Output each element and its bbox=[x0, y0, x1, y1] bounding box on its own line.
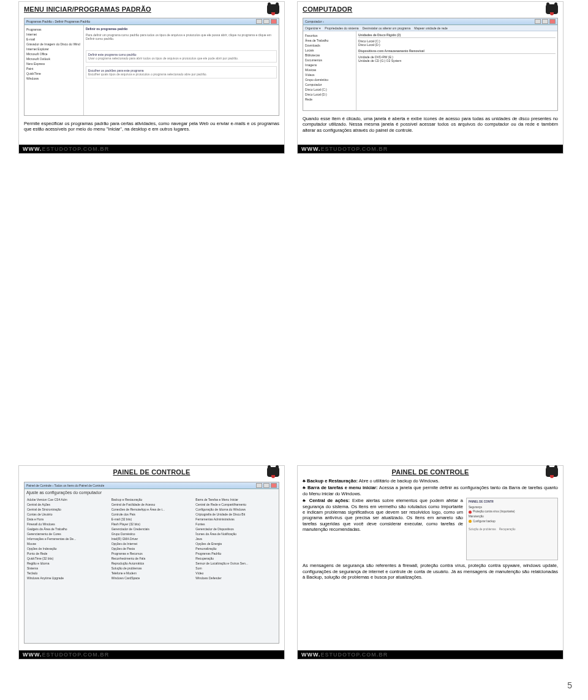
bullet-label: Central de ações: bbox=[309, 498, 350, 503]
list-item: Personalização bbox=[195, 546, 276, 551]
list-item: Teclado bbox=[27, 571, 108, 576]
window-titlebar: Computador › bbox=[303, 18, 557, 25]
list-item: Telefone e Modem bbox=[111, 571, 192, 576]
list-item: Unidade de CD (G:) O2 System bbox=[358, 59, 556, 63]
owl-logo-icon bbox=[546, 4, 558, 14]
list-item: Central de Ações bbox=[27, 502, 108, 507]
screenshot-control-panel: Painel de Controle › Todos os Itens do P… bbox=[24, 482, 279, 644]
list-item: E-mail bbox=[26, 37, 81, 42]
owl-logo-icon bbox=[267, 467, 279, 477]
card-description: Permite especificar os programas padrão … bbox=[19, 118, 284, 132]
list-item: Configuração de Idioma do Windows bbox=[195, 507, 276, 512]
screenshot-action-center: PAINEL DE CONTR Segurança Proteção contr… bbox=[466, 498, 558, 560]
card-title: PAINEL DE CONTROLE bbox=[391, 468, 469, 476]
card-header: PAINEL DE CONTROLE bbox=[298, 466, 563, 477]
explorer-toolbar: Organizar ▾Propriedades do sistemaDesins… bbox=[303, 25, 557, 31]
window-titlebar: Painel de Controle › Todos os Itens do P… bbox=[24, 482, 279, 489]
bullet-barra-tarefas: ♣ Barra de tarefas e menu iniciar: Acess… bbox=[298, 484, 563, 496]
list-item: Gerenciamento de Cores bbox=[27, 531, 108, 536]
list-item: Nero Express bbox=[26, 61, 81, 66]
list-item: Backup e Restauração bbox=[111, 497, 192, 502]
list-item: Microsoft Office bbox=[26, 51, 81, 56]
footer-www: WWW. bbox=[23, 146, 42, 152]
list-item: Vídeo bbox=[195, 571, 276, 576]
screenshot-computer-explorer: Computador › Organizar ▾Propriedades do … bbox=[303, 18, 558, 111]
card-header: PAINEL DE CONTROLE bbox=[19, 466, 284, 477]
list-item: Mouse bbox=[27, 541, 108, 546]
list-item: Grupo doméstico bbox=[305, 77, 354, 82]
list-item: Barra de Tarefas e Menu Iniciar bbox=[195, 497, 276, 502]
list-item: Internet bbox=[26, 32, 81, 37]
list-item: Opções de Pasta bbox=[111, 546, 192, 551]
list-item: Central de Facilidade de Acesso bbox=[111, 502, 192, 507]
list-item: Favoritos bbox=[305, 33, 354, 38]
list-item: Reconhecimento de Fala bbox=[111, 556, 192, 561]
list-item: Som bbox=[195, 566, 276, 571]
card-title: MENU INICIAR/PROGRAMAS PADRÃO bbox=[24, 6, 151, 13]
list-item: Contas de Usuário bbox=[27, 512, 108, 517]
program-list-sidebar: ProgramasInternetE-mailGravador de Image… bbox=[24, 25, 84, 115]
footer-domain: ESTUDOTOP.COM.BR bbox=[321, 652, 388, 658]
bullet-text: Abre o utilitário de backup do Windows. bbox=[358, 478, 439, 484]
list-item: Região e Idioma bbox=[27, 561, 108, 566]
bullet-label: Backup e Restauração: bbox=[307, 478, 358, 484]
list-item: Downloads bbox=[305, 43, 354, 48]
list-item: Gadgets da Área de Trabalho bbox=[27, 527, 108, 531]
card-computador: COMPUTADOR Computador › Organizar ▾Propr… bbox=[297, 1, 564, 154]
list-item: Programas bbox=[26, 27, 81, 32]
program-details-pane: Definir os programas padrão Para definir… bbox=[84, 25, 279, 115]
bullet-tail-paragraph: As mensagens de segurança são referentes… bbox=[298, 561, 563, 580]
list-item: Windows Defender bbox=[195, 576, 276, 580]
list-item: Sensor de Localização e Outros Sen... bbox=[195, 561, 276, 566]
list-item: Java bbox=[195, 536, 276, 541]
list-item: Ponto de Rede bbox=[27, 551, 108, 556]
list-item: Disco Local (C:) bbox=[305, 87, 354, 92]
list-item: Gerenciador de Credenciais bbox=[111, 527, 192, 531]
card-footer-url: WWW.ESTUDOTOP.COM.BR bbox=[19, 650, 284, 659]
control-panel-heading: Ajuste as configurações do computador bbox=[24, 489, 279, 497]
card-footer-url: WWW.ESTUDOTOP.COM.BR bbox=[298, 145, 563, 153]
list-item: Gerenciador de Dispositivos bbox=[195, 527, 276, 531]
list-item: Adobe Version Cue CS4 Adm bbox=[27, 497, 108, 502]
list-item: Flash Player (32 bits) bbox=[111, 522, 192, 527]
list-item: E-mail (32 bits) bbox=[111, 517, 192, 522]
page-number: 5 bbox=[567, 680, 572, 690]
drive-group-header: Unidades de Disco Rígido (2) bbox=[358, 33, 556, 38]
pane-heading: Definir os programas padrão bbox=[86, 27, 277, 31]
card-description: Quando esse item é clicado, uma janela é… bbox=[298, 113, 563, 133]
list-item: Músicas bbox=[305, 67, 354, 72]
list-item: Programas Padrão bbox=[195, 551, 276, 556]
list-item: Firewall do Windows bbox=[27, 522, 108, 527]
list-item: Windows CardSpace bbox=[111, 576, 192, 580]
card-menu-iniciar-programas-padrao: MENU INICIAR/PROGRAMAS PADRÃO Programas … bbox=[18, 1, 285, 154]
list-item: Reprodução Automática bbox=[111, 561, 192, 566]
footer-www: WWW. bbox=[301, 652, 321, 658]
card-painel-de-controle-desc: PAINEL DE CONTROLE ♣ Backup e Restauraçã… bbox=[297, 465, 564, 660]
list-item: Recuperação bbox=[195, 556, 276, 561]
card-title: PAINEL DE CONTROLE bbox=[113, 468, 190, 476]
list-item: Bibliotecas bbox=[305, 53, 354, 58]
bullet-label: Barra de tarefas e menu iniciar: bbox=[307, 485, 378, 490]
owl-logo-icon bbox=[546, 467, 558, 477]
list-item: Informações e Ferramentas de De... bbox=[27, 536, 108, 541]
list-item: Vídeos bbox=[305, 72, 354, 77]
list-item: Imagens bbox=[305, 63, 354, 67]
list-item: Sistema bbox=[27, 566, 108, 571]
card-title: COMPUTADOR bbox=[303, 6, 352, 13]
list-item: Ícones da Área de Notificação bbox=[195, 531, 276, 536]
footer-domain: ESTUDOTOP.COM.BR bbox=[42, 146, 110, 152]
card-header: MENU INICIAR/PROGRAMAS PADRÃO bbox=[19, 2, 284, 15]
drive-group-header: Dispositivos com Armazenamento Removível bbox=[358, 49, 556, 54]
control-panel-items-grid: Adobe Version Cue CS4 AdmBackup e Restau… bbox=[24, 497, 279, 583]
list-item: Internet Explorer bbox=[26, 47, 81, 51]
list-item: QuickTime bbox=[26, 71, 81, 76]
list-item: Fontes bbox=[195, 522, 276, 527]
explorer-nav-tree: FavoritosÁrea de TrabalhoDownloadsLocais… bbox=[303, 31, 356, 110]
list-item: Locais bbox=[305, 48, 354, 53]
list-item: Central de Rede e Compartilhamento bbox=[195, 502, 276, 507]
list-item: Programas e Recursos bbox=[111, 551, 192, 556]
card-footer-url: WWW.ESTUDOTOP.COM.BR bbox=[19, 145, 284, 153]
list-item: Opções de Indexação bbox=[27, 546, 108, 551]
list-item: Ferramentas Administrativas bbox=[195, 517, 276, 522]
list-item: Windows bbox=[26, 76, 81, 81]
